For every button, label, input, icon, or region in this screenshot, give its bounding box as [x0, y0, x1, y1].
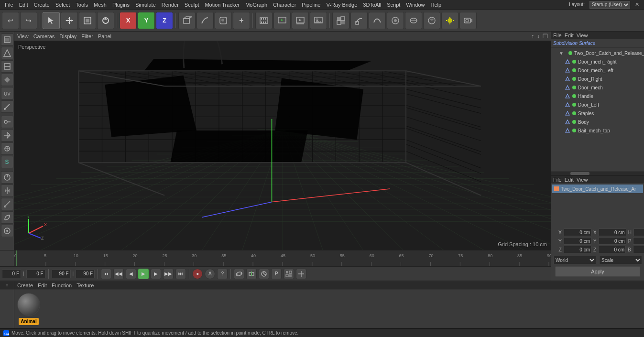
mode-points[interactable] [1, 47, 13, 59]
obj-door-right[interactable]: Door_Right [551, 75, 644, 83]
y-axis-button[interactable]: Y [138, 12, 155, 29]
animation-button[interactable] [255, 12, 273, 29]
camera-button[interactable] [459, 12, 477, 29]
move-tool[interactable] [61, 12, 78, 29]
mode-poly[interactable] [1, 74, 13, 86]
viewport-icon-3[interactable]: ❒ [543, 33, 548, 40]
obj-door-left[interactable]: Door_Left [551, 100, 644, 109]
attr-world-dropdown[interactable]: World [553, 256, 596, 264]
3d-viewport[interactable]: View Cameras Display Filter Panel ↑ ↓ ❒ [14, 32, 551, 250]
attr-scale-dropdown[interactable]: Scale [599, 256, 642, 264]
attr-h-val[interactable] [633, 228, 644, 236]
obj-bait-mech-top[interactable]: Bait_mech_top [551, 126, 644, 135]
pm-view-menu[interactable]: View [577, 177, 588, 183]
apply-button[interactable]: Apply [555, 266, 640, 277]
generators-button[interactable] [387, 12, 404, 29]
measure-tool[interactable] [1, 198, 13, 210]
loop-button[interactable] [234, 269, 244, 279]
scene-tool[interactable] [1, 225, 13, 237]
weight-tool[interactable] [1, 211, 13, 224]
om-edit-menu[interactable]: Edit [565, 33, 574, 38]
obj-handle[interactable]: Handle [551, 92, 644, 100]
material-button[interactable] [423, 12, 440, 29]
deformer-button[interactable] [350, 12, 368, 29]
menu-3dtoall[interactable]: 3DToAll [360, 2, 384, 8]
menu-mograph[interactable]: MoGraph [242, 2, 270, 8]
menu-character[interactable]: Character [270, 2, 299, 8]
menu-vray-bridge[interactable]: V-Ray Bridge [323, 2, 360, 8]
menu-select[interactable]: Select [53, 2, 73, 8]
next-frame-button[interactable]: ▶ [151, 269, 161, 279]
lighting-button[interactable] [441, 12, 458, 29]
attr-b-val[interactable] [633, 246, 644, 253]
obj-two-door[interactable]: ▼ Two_Door_Catch_and_Release_A [551, 49, 644, 57]
fps-field2[interactable] [76, 270, 95, 278]
menu-mesh[interactable]: Mesh [91, 2, 109, 8]
tool-s[interactable]: S [1, 156, 13, 168]
start-frame-field[interactable] [26, 270, 45, 278]
viewport-view-menu[interactable]: View [17, 33, 29, 39]
current-frame-field[interactable] [2, 270, 21, 278]
fps-field[interactable] [52, 270, 71, 278]
attr-y-pos[interactable] [564, 237, 591, 245]
tool-snapping[interactable] [1, 142, 13, 155]
om-file-menu[interactable]: File [553, 33, 562, 38]
brush-tool[interactable] [1, 171, 13, 184]
attr-z2-val[interactable] [598, 246, 626, 253]
menu-tools[interactable]: Tools [73, 2, 91, 8]
pm-edit-menu[interactable]: Edit [565, 177, 574, 183]
attr-z-pos[interactable] [564, 246, 591, 253]
viewport-icon-1[interactable]: ↑ [531, 33, 534, 40]
mode-edges[interactable] [1, 60, 13, 73]
play-button[interactable]: ▶ [138, 269, 149, 279]
viewport-canvas[interactable] [14, 32, 551, 250]
objects-button[interactable] [332, 12, 349, 29]
mode-uvw[interactable]: UV [1, 87, 13, 99]
menu-plugins[interactable]: Plugins [109, 2, 132, 8]
obj-body[interactable]: Body [551, 118, 644, 126]
attr-y2-val[interactable] [599, 237, 626, 245]
select-tool[interactable] [43, 12, 60, 29]
mat-function-menu[interactable]: Function [52, 283, 72, 288]
menu-file[interactable]: File [2, 2, 16, 8]
timeline-ruler[interactable] [14, 250, 551, 266]
material-item[interactable]: Animal [17, 293, 40, 325]
scale-tool[interactable] [79, 12, 96, 29]
nurbs-button[interactable] [215, 12, 232, 29]
menu-render[interactable]: Render [159, 2, 182, 8]
pm-file-menu[interactable]: File [553, 177, 562, 183]
menu-create[interactable]: Create [31, 2, 53, 8]
obj-door-mech[interactable]: Door_mech [551, 83, 644, 92]
go-end-button[interactable]: ⏭ [175, 269, 186, 279]
mat-texture-menu[interactable]: Texture [76, 283, 94, 288]
layout-dropdown[interactable]: Startup (User) [589, 1, 630, 9]
attr-p-val[interactable] [633, 237, 644, 245]
go-start-button[interactable]: ⏮ [101, 269, 111, 279]
object-cube-button[interactable] [178, 12, 196, 29]
menu-motion-tracker[interactable]: Motion Tracker [202, 2, 242, 8]
redo-button[interactable]: ↪ [20, 12, 37, 29]
viewport-icon-2[interactable]: ↓ [537, 33, 540, 40]
mode-paint[interactable] [1, 100, 13, 113]
render-frame-button[interactable] [273, 12, 291, 29]
close-icon[interactable]: ✕ [632, 1, 642, 8]
spline-button[interactable] [196, 12, 214, 29]
motion-system-button[interactable] [284, 269, 294, 279]
playrange-button[interactable] [246, 269, 257, 279]
tool-live[interactable] [1, 129, 13, 141]
menu-edit[interactable]: Edit [16, 2, 31, 8]
obj-staples[interactable]: Staples [551, 109, 644, 118]
prop-item-main[interactable]: Two_Door_Catch_and_Release_Ar [552, 185, 643, 193]
menu-sculpt[interactable]: Sculpt [182, 2, 202, 8]
mat-edit-menu[interactable]: Edit [38, 283, 47, 288]
attr-x-pos[interactable] [564, 228, 591, 236]
menu-window[interactable]: Window [403, 2, 427, 8]
menu-script[interactable]: Script [384, 2, 403, 8]
mat-create-menu[interactable]: Create [17, 283, 33, 288]
viewport-panel-menu[interactable]: Panel [98, 33, 111, 39]
viewport-cameras-menu[interactable]: Cameras [33, 33, 55, 39]
mode-help-button[interactable]: ? [217, 269, 228, 279]
om-scrollbar-thumb[interactable] [570, 172, 589, 175]
record-button[interactable]: ● [192, 269, 203, 279]
rotate-tool[interactable] [97, 12, 114, 29]
